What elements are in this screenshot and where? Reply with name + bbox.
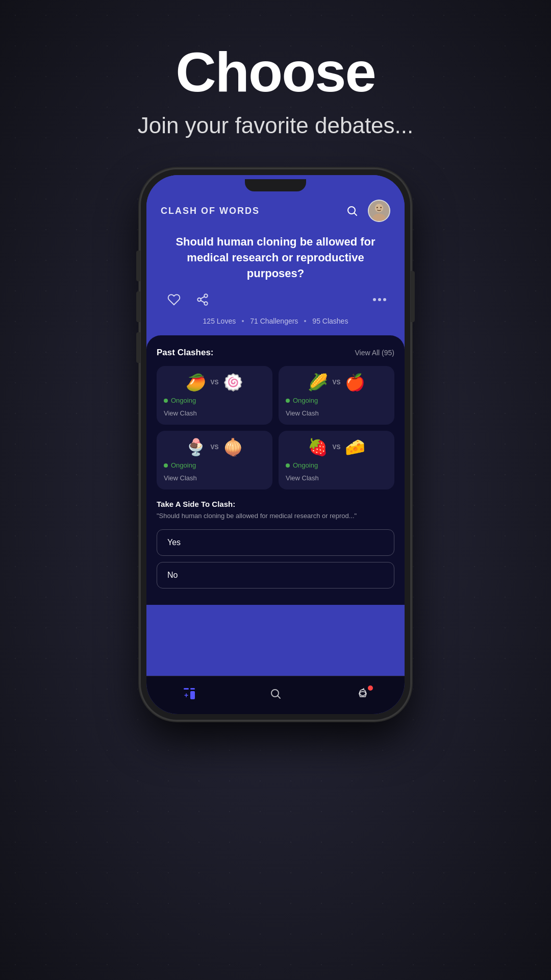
clash-emoji-left-2: 🌽 [308,374,328,390]
dot2 [378,298,381,301]
svg-point-14 [360,690,366,696]
phone-frame: CLASH OF WORDS [140,169,411,720]
search-button[interactable] [343,202,361,219]
phone-screen: CLASH OF WORDS [146,175,405,714]
page-subtitle: Join your favorite debates... [0,113,551,138]
vs-text-2: vs [332,379,340,386]
ongoing-badge-3: Ongoing [164,461,265,469]
dot1 [373,298,376,301]
grid-cell-2 [190,688,195,690]
stat-sep1 [242,320,244,322]
stats-row: 125 Loves 71 Challengers 95 Clashes [161,317,390,325]
svg-line-11 [201,297,204,299]
notch [245,179,306,191]
clash-vs-row-2: 🌽 vs 🍎 [286,374,387,390]
clash-emoji-right-4: 🧀 [345,439,365,455]
view-clash-1: View Clash [164,409,197,417]
clash-card-2[interactable]: 🌽 vs 🍎 Ongoing View Clash [279,366,394,425]
clash-emoji-left-1: 🥭 [186,374,206,390]
loves-count: 125 Loves [203,317,236,325]
nav-search[interactable] [260,683,291,704]
grid-plus: + [184,691,189,700]
svg-point-8 [197,298,201,302]
vs-text-4: vs [332,444,340,451]
avatar[interactable] [368,200,390,222]
clash-card-1[interactable]: 🥭 vs 🍥 Ongoing View Clash [157,366,272,425]
svg-point-0 [348,207,355,214]
vs-text-3: vs [210,444,218,451]
clash-vs-row-1: 🥭 vs 🍥 [164,374,265,390]
svg-point-6 [380,207,382,208]
clash-grid: 🥭 vs 🍥 Ongoing View Clash [157,366,394,489]
svg-point-3 [375,204,383,212]
svg-point-12 [271,690,279,697]
vs-text-1: vs [210,379,218,386]
svg-line-1 [355,213,357,215]
ongoing-dot-2 [286,399,290,403]
ongoing-dot-3 [164,463,168,468]
ongoing-text-2: Ongoing [293,397,318,404]
clash-emoji-right-2: 🍎 [345,374,365,390]
clash-emoji-right-1: 🍥 [223,374,243,390]
header-icons [343,200,390,222]
love-button[interactable] [165,290,183,309]
ongoing-dot-1 [164,399,168,403]
search-nav-icon [269,688,282,700]
clash-emoji-left-4: 🍓 [308,439,328,455]
ongoing-dot-4 [286,463,290,468]
clash-card-3[interactable]: 🍨 vs 🧅 Ongoing View Clash [157,431,272,489]
take-side-question: "Should human cloning be allowed for med… [157,511,394,521]
svg-point-7 [204,295,208,298]
clash-emoji-left-3: 🍨 [186,439,206,455]
grid-cell-4 [190,691,195,700]
ongoing-badge-4: Ongoing [286,461,387,469]
main-content: Past Clashes: View All (95) 🥭 vs 🍥 [146,335,405,604]
grid-cell-1 [184,688,189,690]
view-all-button[interactable]: View All (95) [355,349,394,357]
option-no[interactable]: No [157,562,394,589]
take-side-section: Take A Side To Clash: "Should human clon… [157,500,394,594]
clash-card-4[interactable]: 🍓 vs 🧀 Ongoing View Clash [279,431,394,489]
ongoing-badge-2: Ongoing [286,397,387,404]
bottom-nav: + [146,676,405,714]
past-clashes-header: Past Clashes: View All (95) [157,348,394,358]
page-title: Choose [0,41,551,103]
nav-notifications[interactable] [346,683,377,704]
action-left [165,290,212,309]
notification-badge [368,685,373,691]
home-grid-icon: + [184,688,195,699]
page-header: Choose Join your favorite debates... [0,0,551,138]
app-title: CLASH OF WORDS [161,206,260,216]
view-clash-4: View Clash [286,474,319,482]
share-button[interactable] [193,290,212,309]
view-clash-3: View Clash [164,474,197,482]
dot3 [383,298,386,301]
action-row [161,290,390,309]
view-clash-2: View Clash [286,409,319,417]
phone-device: CLASH OF WORDS [0,169,551,720]
challengers-count: 71 Challengers [250,317,298,325]
clash-vs-row-4: 🍓 vs 🧀 [286,439,387,455]
svg-line-13 [278,696,280,698]
svg-point-5 [377,207,378,208]
option-yes[interactable]: Yes [157,529,394,556]
more-options-button[interactable] [373,298,386,301]
ongoing-badge-1: Ongoing [164,397,265,404]
notifications-nav-icon [356,688,368,700]
clash-vs-row-3: 🍨 vs 🧅 [164,439,265,455]
stat-sep2 [304,320,306,322]
svg-line-10 [201,301,204,303]
ongoing-text-4: Ongoing [293,461,318,469]
app-content: Past Clashes: View All (95) 🥭 vs 🍥 [146,335,405,676]
svg-point-9 [204,302,208,306]
past-clashes-title: Past Clashes: [157,348,214,358]
clashes-count: 95 Clashes [312,317,348,325]
avatar-image [369,201,389,221]
take-side-title: Take A Side To Clash: [157,500,394,508]
clash-emoji-right-3: 🧅 [223,439,243,455]
ongoing-text-1: Ongoing [171,397,196,404]
question-text: Should human cloning be allowed for medi… [161,234,390,281]
app-header: CLASH OF WORDS [146,195,405,230]
nav-home[interactable]: + [174,683,205,704]
question-section: Should human cloning be allowed for medi… [146,230,405,335]
